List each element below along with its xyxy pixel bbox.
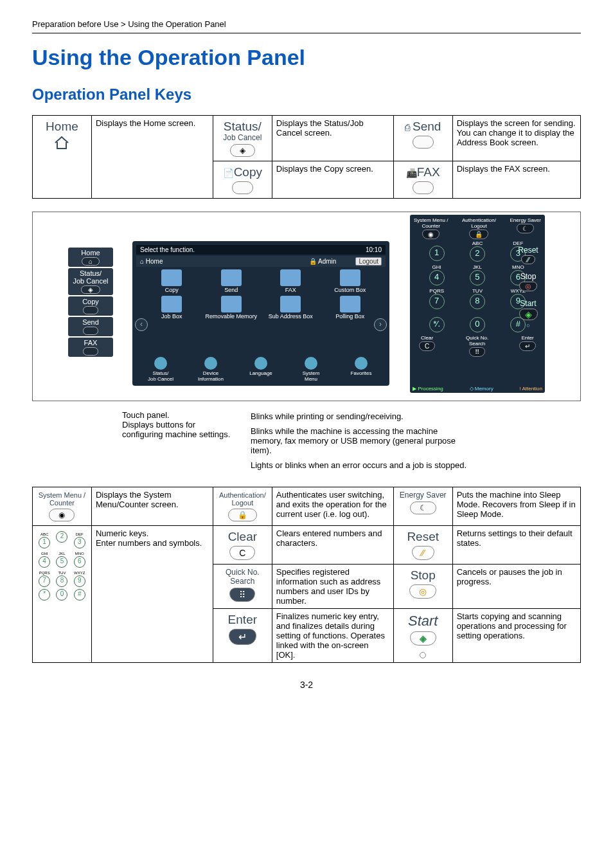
touch-bottom-language[interactable]: Language [236, 357, 285, 382]
fax-button-icon [413, 181, 434, 194]
status-label: Status/ [224, 120, 262, 133]
hw-bottom-row: ClearC Quick No. Search⠿ Enter↵ [414, 334, 541, 358]
touch-removable[interactable]: Removable Memory [205, 296, 258, 320]
send-button-icon [413, 136, 434, 149]
touch-bottom-favorites[interactable]: Favorites [337, 357, 386, 382]
energy-key: Energy Saver ☾ [393, 487, 452, 526]
copy-key: 📄Copy [213, 161, 272, 199]
home-label: Home [46, 120, 78, 133]
send-label: ⎙ Send [405, 120, 441, 133]
energy-icon: ☾ [517, 224, 534, 233]
sysmenu-key: System Menu / Counter ◉ [33, 487, 92, 526]
auth-icon: 🔒 [228, 509, 257, 521]
hw-home-key: Home⌂ [68, 248, 113, 267]
numpad-icon: ABC12DEF3 GHI4JKL5MNO6 PQRS7TUV8WXYZ9 *0… [35, 530, 89, 602]
reset-key: Reset ⁄⁄ [393, 526, 452, 565]
hw-status-key: Status/ Job Cancel◈ [68, 268, 113, 295]
fax-label: 📠FAX [406, 165, 440, 179]
led-attention: ! Attention [519, 386, 542, 392]
hw-status-leds: ▶ Processing ◇ Memory ! Attention [413, 386, 542, 392]
sysmenu-icon: ◉ [49, 509, 75, 521]
touch-bottom-device[interactable]: Device Information [186, 357, 235, 382]
hw-fax-key: FAX [68, 338, 113, 357]
hw-fax-icon [83, 347, 99, 356]
start-icon: ◈ [410, 631, 436, 646]
status-sub: Job Cancel [216, 134, 269, 142]
home-icon [53, 135, 70, 150]
callout-leds: Blinks while printing or sending/receivi… [251, 410, 469, 475]
hw-reset: Reset⁄⁄ [514, 246, 542, 264]
auth-key: Authentication/ Logout 🔒 [213, 487, 272, 526]
touch-panel[interactable]: Select the function. 10:10 ⌂ Home 🔒 Admi… [132, 241, 389, 386]
stop-desc: Cancels or pauses the job in progress. [452, 565, 580, 609]
top-key-table: Home Displays the Home screen. Status/ J… [32, 115, 581, 199]
section-title: Operation Panel Keys [32, 86, 581, 104]
num-star: *⁄. [429, 317, 445, 332]
quick-desc: Specifies registered information such as… [272, 565, 393, 609]
touch-bottom-sysmenu[interactable]: System Menu [287, 357, 335, 382]
touch-bottom-bar: Status/ Job Cancel Device Information La… [136, 357, 386, 382]
hw-send-key: Send [68, 317, 113, 336]
touch-polling[interactable]: Polling Box [324, 296, 377, 320]
quick-key: Quick No. Search ⠿ [213, 565, 272, 609]
touch-home[interactable]: ⌂ Home [140, 258, 163, 265]
touch-nav-left[interactable]: ‹ [135, 318, 148, 331]
quick-icon: ⠿ [229, 588, 255, 602]
touch-select-text: Select the function. [140, 246, 195, 253]
home-desc: Displays the Home screen. [91, 116, 213, 199]
breadcrumb: Preparation before Use > Using the Opera… [32, 19, 581, 29]
num-7: 7 [429, 294, 445, 309]
start-led [420, 652, 426, 658]
start-desc: Starts copying and scanning operations a… [452, 609, 580, 663]
touch-title-bar: Select the function. 10:10 [136, 245, 386, 255]
hw-left-column: Home⌂ Status/ Job Cancel◈ Copy Send FAX [68, 248, 113, 358]
clear-desc: Clears entered numbers and characters. [272, 526, 393, 565]
clear-key: Clear C [213, 526, 272, 565]
hw-energy: Energy Saver☾ [510, 217, 541, 233]
bottom-key-table: System Menu / Counter ◉ Displays the Sys… [32, 487, 581, 663]
send-key: ⎙ Send [393, 116, 452, 161]
hw-home-icon: ⌂ [82, 257, 100, 266]
fax-desc: Displays the FAX screen. [452, 161, 580, 199]
touch-bottom-status[interactable]: Status/ Job Cancel [136, 357, 185, 382]
reset-icon: ⁄⁄ [412, 546, 434, 560]
send-desc: Displays the screen for sending. You can… [452, 116, 580, 161]
energy-desc: Puts the machine into Sleep Mode. Recove… [452, 487, 580, 526]
hw-right-panel: System Menu / Counter◉ Authentication/ L… [410, 215, 545, 393]
hw-top-row: System Menu / Counter◉ Authentication/ L… [414, 217, 541, 239]
num-0: 0 [470, 317, 485, 332]
callout-attention: Lights or blinks when an error occurs an… [251, 460, 469, 470]
sysmenu-icon: ◉ [422, 230, 440, 239]
callout-touchpanel: Touch panel. Displays buttons for config… [122, 410, 231, 475]
hw-auth: Authentication/ Logout🔒 [462, 217, 496, 239]
touch-fax[interactable]: FAX [264, 269, 317, 293]
hw-stop: Stop◎ [514, 272, 542, 291]
fax-key: 📠FAX [393, 161, 452, 199]
auth-icon: 🔒 [469, 230, 488, 239]
auth-desc: Authenticates user switching, and exits … [272, 487, 393, 526]
num-1: 1 [429, 246, 445, 261]
page-number: 3-2 [32, 680, 581, 690]
touch-copy[interactable]: Copy [145, 269, 199, 293]
enter-key: Enter ↵ [213, 609, 272, 663]
status-key: Status/ Job Cancel ◈ [213, 116, 272, 161]
touch-custombox[interactable]: Custom Box [324, 269, 377, 293]
fax-icon: 📠 [406, 168, 417, 178]
hw-send-icon [83, 327, 99, 335]
enter-icon: ↵ [229, 629, 256, 645]
num-8: 8 [470, 294, 485, 309]
touch-jobbox[interactable]: Job Box [145, 296, 199, 320]
hw-status-icon: ◈ [81, 285, 100, 294]
stop-icon: ◎ [409, 584, 436, 599]
touch-subaddr[interactable]: Sub Address Box [264, 296, 317, 320]
touch-nav-right[interactable]: › [374, 318, 387, 331]
touch-logout-button[interactable]: Logout [355, 257, 382, 266]
touch-send[interactable]: Send [205, 269, 258, 293]
copy-button-icon [232, 181, 253, 194]
enter-desc: Finalizes numeric key entry, and finaliz… [272, 609, 393, 663]
hw-clear: ClearC [419, 335, 435, 351]
led-processing: ▶ Processing [413, 386, 443, 392]
touch-admin: 🔒 Admin [309, 258, 337, 265]
energy-icon: ☾ [410, 502, 436, 514]
num-5: 5 [470, 270, 485, 285]
